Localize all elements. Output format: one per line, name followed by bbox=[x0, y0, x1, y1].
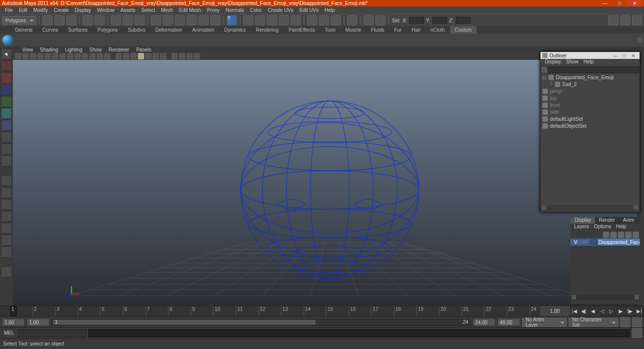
shelf-tab-ncloth[interactable]: nCloth bbox=[426, 26, 450, 34]
outliner-search-input[interactable] bbox=[547, 67, 639, 73]
snap-curve-icon[interactable] bbox=[163, 15, 173, 25]
range-slider[interactable]: 1 24 bbox=[52, 319, 471, 326]
custom-layout-icon[interactable] bbox=[1, 247, 12, 257]
shelf-tab-painteffects[interactable]: PaintEffects bbox=[283, 26, 320, 34]
vp-resolution-gate-icon[interactable] bbox=[74, 53, 81, 59]
outliner-menu-show[interactable]: Show bbox=[564, 59, 581, 66]
menu-proxy[interactable]: Proxy bbox=[204, 7, 223, 13]
vp-film-gate-icon[interactable] bbox=[67, 53, 73, 59]
layer-visible-toggle[interactable]: V bbox=[572, 239, 580, 245]
vp-2d-pan-icon[interactable] bbox=[45, 53, 51, 59]
maximize-button[interactable]: □ bbox=[612, 0, 627, 6]
character-set-dropdown[interactable]: No Character Set bbox=[569, 318, 618, 327]
layout-custom-icon[interactable] bbox=[632, 15, 642, 25]
playback-start-field[interactable]: 1.00 bbox=[27, 318, 50, 326]
vp-xray-icon[interactable] bbox=[179, 53, 185, 59]
outliner-title-bar[interactable]: Outliner — □ ✕ bbox=[540, 52, 640, 59]
single-pane-icon[interactable] bbox=[1, 175, 12, 186]
vp-menu-panels[interactable]: Panels bbox=[133, 47, 155, 52]
menu-mesh[interactable]: Mesh bbox=[158, 7, 176, 13]
shelf-tab-toon[interactable]: Toon bbox=[320, 26, 341, 34]
menu-help[interactable]: Help bbox=[322, 7, 338, 13]
vp-menu-show[interactable]: Show bbox=[86, 47, 105, 52]
layer-scroll-left-icon[interactable] bbox=[572, 295, 576, 299]
select-comp-icon[interactable] bbox=[135, 15, 145, 25]
layer-type-toggle[interactable] bbox=[581, 239, 589, 245]
vp-hq-icon[interactable] bbox=[160, 53, 166, 59]
play-back-button[interactable]: ◁ bbox=[599, 308, 606, 315]
layer-up-icon[interactable] bbox=[618, 232, 624, 238]
layer-scroll-right-icon[interactable] bbox=[635, 295, 639, 299]
outliner-menu-help[interactable]: Help bbox=[581, 59, 596, 66]
shelf-tab-polygons[interactable]: Polygons bbox=[93, 26, 123, 34]
outliner-minimize-button[interactable]: — bbox=[611, 53, 620, 58]
scale-tool[interactable] bbox=[1, 108, 12, 119]
shelf-tab-deformation[interactable]: Deformation bbox=[150, 26, 187, 34]
outliner-maximize-button[interactable]: □ bbox=[620, 53, 629, 58]
menu-create-uvs[interactable]: Create UVs bbox=[265, 7, 297, 13]
vp-grease-icon[interactable] bbox=[52, 53, 58, 59]
shelf-tab-dynamics[interactable]: Dynamics bbox=[219, 26, 251, 34]
snap-toggle-icon[interactable] bbox=[211, 15, 220, 25]
range-start-field[interactable]: 1.00 bbox=[2, 318, 25, 326]
layer-delete-icon[interactable] bbox=[633, 232, 639, 238]
layer-tab-anim[interactable]: Anim bbox=[619, 217, 639, 224]
open-scene-icon[interactable] bbox=[54, 15, 64, 25]
vp-wireframe-icon[interactable] bbox=[115, 53, 122, 59]
two-side-icon[interactable] bbox=[1, 199, 12, 210]
outliner-item[interactable]: defaultLightSet bbox=[540, 115, 640, 122]
vp-lock-camera-icon[interactable] bbox=[22, 53, 29, 59]
shelf-tab-animation[interactable]: Animation bbox=[187, 26, 219, 34]
minimize-button[interactable]: — bbox=[597, 0, 612, 6]
menu-modify[interactable]: Modify bbox=[30, 7, 51, 13]
vp-shaded-icon[interactable] bbox=[123, 53, 129, 59]
vp-menu-renderer[interactable]: Renderer bbox=[105, 47, 133, 52]
layer-tab-render[interactable]: Render bbox=[595, 217, 619, 224]
paneltoggle-3-icon[interactable] bbox=[331, 15, 341, 25]
help-icon[interactable]: ? bbox=[227, 15, 237, 25]
select-hier-icon[interactable] bbox=[111, 15, 121, 25]
vp-select-camera-icon[interactable] bbox=[15, 53, 21, 59]
outliner-item[interactable]: side bbox=[540, 108, 640, 115]
vp-grid-icon[interactable] bbox=[59, 53, 66, 59]
hud-x-input[interactable] bbox=[409, 17, 424, 24]
time-ruler[interactable]: 1234567891011121314151617181920212223241… bbox=[0, 306, 644, 317]
paneltoggle-2-icon[interactable] bbox=[319, 15, 329, 25]
outliner-filter-icon[interactable] bbox=[541, 67, 547, 73]
play-forward-button[interactable]: ▷ bbox=[608, 308, 615, 315]
vp-menu-lighting[interactable]: Lighting bbox=[61, 47, 86, 52]
outliner-close-button[interactable]: ✕ bbox=[629, 53, 638, 58]
outliner-item[interactable]: defaultObjectSet bbox=[540, 122, 640, 129]
render-region-icon[interactable] bbox=[279, 15, 289, 25]
shelf-tab-muscle[interactable]: Muscle bbox=[340, 26, 366, 34]
snap-live-icon[interactable] bbox=[199, 15, 209, 25]
range-end-field[interactable]: 48.00 bbox=[497, 318, 520, 326]
new-scene-icon[interactable] bbox=[43, 15, 53, 25]
step-forward-button[interactable]: ▶ bbox=[617, 308, 624, 315]
shelf-item-icon[interactable] bbox=[2, 35, 13, 46]
shelf-tab-rendering[interactable]: Rendering bbox=[251, 26, 283, 34]
ipr-icon[interactable] bbox=[255, 15, 265, 25]
render-icon[interactable] bbox=[243, 15, 253, 25]
lasso-tool[interactable] bbox=[1, 60, 12, 71]
last-tool[interactable] bbox=[1, 155, 12, 166]
three-top-icon[interactable] bbox=[1, 223, 12, 234]
outliner-item[interactable]: ⊟Disappointed_Face_Emoji bbox=[540, 74, 640, 81]
menu-select[interactable]: Select bbox=[138, 7, 158, 13]
layer-color-swatch[interactable] bbox=[590, 239, 597, 245]
vp-menu-view[interactable]: View bbox=[19, 47, 37, 52]
universal-manip-tool[interactable] bbox=[1, 120, 12, 131]
vp-nolights-icon[interactable] bbox=[153, 53, 159, 59]
vp-image-plane-icon[interactable] bbox=[37, 53, 44, 59]
hud-y-input[interactable] bbox=[432, 17, 447, 24]
prefs-button[interactable] bbox=[632, 317, 642, 327]
menu-create[interactable]: Create bbox=[51, 7, 72, 13]
shelf-tab-hair[interactable]: Hair bbox=[407, 26, 426, 34]
shelf-tab-fluids[interactable]: Fluids bbox=[366, 26, 389, 34]
shelf-tab-fur[interactable]: Fur bbox=[389, 26, 407, 34]
vp-xray-joints-icon[interactable] bbox=[186, 53, 193, 59]
menu-display[interactable]: Display bbox=[72, 7, 94, 13]
menu-normals[interactable]: Normals bbox=[223, 7, 247, 13]
menu-edit[interactable]: Edit bbox=[16, 7, 30, 13]
undo-icon[interactable] bbox=[83, 15, 93, 25]
